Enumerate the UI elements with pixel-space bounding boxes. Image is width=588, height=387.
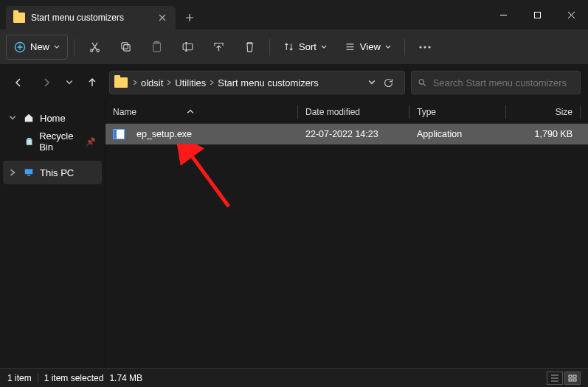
sidebar-item-thispc[interactable]: This PC [3, 161, 102, 184]
delete-button[interactable] [235, 35, 263, 60]
svg-rect-16 [569, 375, 572, 377]
search-icon [418, 77, 427, 88]
tab-title: Start menu customizers [31, 13, 156, 23]
more-button[interactable] [411, 35, 439, 60]
svg-rect-15 [27, 175, 30, 176]
svg-point-11 [428, 46, 430, 48]
sidebar-item-home[interactable]: Home [3, 106, 102, 130]
layout-details-button[interactable] [547, 372, 563, 385]
sort-asc-icon [187, 108, 194, 116]
svg-point-10 [423, 46, 426, 48]
svg-point-2 [90, 49, 92, 52]
close-button[interactable] [554, 0, 588, 29]
window-controls [486, 0, 588, 29]
titlebar: Start menu customizers [0, 0, 588, 29]
sort-label: Sort [299, 41, 317, 52]
file-type: Application [417, 129, 505, 139]
crumb-0[interactable]: oldsit [141, 77, 163, 88]
svg-rect-19 [573, 379, 576, 381]
sidebar: Home Recycle Bin 📌 This PC [0, 100, 106, 368]
crumb-1[interactable]: Utilities [175, 77, 206, 88]
file-date: 22-07-2022 14:23 [305, 129, 409, 139]
sidebar-label: Home [40, 113, 66, 124]
sidebar-item-recycle[interactable]: Recycle Bin 📌 [3, 130, 102, 153]
selected-count: 1 item selected [44, 373, 104, 383]
col-type[interactable]: Type [417, 107, 505, 117]
copy-button[interactable] [111, 35, 139, 60]
recycle-icon [25, 136, 33, 147]
cut-button[interactable] [80, 35, 108, 60]
svg-rect-8 [183, 43, 193, 50]
svg-rect-18 [569, 379, 572, 381]
svg-rect-14 [25, 169, 33, 174]
col-size[interactable]: Size [513, 107, 573, 117]
exe-icon [113, 129, 125, 139]
folder-icon [13, 13, 25, 23]
file-size: 1,790 KB [513, 129, 573, 139]
new-button[interactable]: New [6, 35, 68, 60]
col-date[interactable]: Date modified [305, 107, 409, 117]
sidebar-label: This PC [40, 167, 74, 178]
minimize-button[interactable] [486, 0, 520, 29]
crumb-2[interactable]: Start menu customizers [218, 77, 319, 88]
file-row[interactable]: ep_setup.exe 22-07-2022 14:23 Applicatio… [106, 124, 588, 144]
window-tab[interactable]: Start menu customizers [6, 6, 176, 29]
svg-rect-0 [534, 12, 540, 18]
pin-icon[interactable]: 📌 [86, 137, 96, 147]
svg-point-12 [419, 80, 423, 84]
breadcrumb[interactable]: oldsit Utilities Start menu customizers [109, 71, 405, 94]
item-count: 1 item [7, 373, 32, 383]
svg-rect-5 [123, 45, 130, 51]
column-headers: Name Date modified Type Size [106, 100, 588, 124]
selected-size: 1.74 MB [109, 373, 142, 383]
file-name: ep_setup.exe [136, 129, 192, 139]
pc-icon [24, 167, 34, 178]
sort-button[interactable]: Sort [276, 35, 334, 60]
home-icon [24, 113, 34, 123]
rename-button[interactable] [173, 35, 201, 60]
search-box[interactable] [411, 71, 581, 94]
svg-rect-4 [121, 43, 128, 49]
recent-button[interactable] [63, 72, 75, 94]
svg-rect-13 [27, 139, 32, 144]
new-tab-button[interactable] [179, 7, 201, 29]
up-button[interactable] [81, 72, 103, 94]
search-input[interactable] [433, 77, 574, 88]
paste-button[interactable] [142, 35, 170, 60]
new-label: New [30, 41, 49, 52]
view-button[interactable]: View [337, 35, 398, 60]
file-list: Name Date modified Type Size ep_setup.ex… [106, 100, 588, 368]
svg-point-3 [97, 49, 99, 52]
sidebar-label: Recycle Bin [39, 130, 80, 153]
svg-point-9 [419, 46, 421, 48]
history-chevron-icon[interactable] [368, 79, 376, 86]
status-bar: 1 item 1 item selected 1.74 MB [0, 368, 588, 387]
maximize-button[interactable] [520, 0, 554, 29]
view-label: View [360, 41, 381, 52]
forward-button[interactable] [35, 72, 58, 94]
share-button[interactable] [204, 35, 232, 60]
svg-rect-17 [573, 375, 576, 377]
toolbar: New Sort View [0, 29, 588, 65]
close-tab-icon[interactable] [156, 12, 168, 24]
address-bar-row: oldsit Utilities Start menu customizers [0, 65, 588, 100]
col-name[interactable]: Name [113, 107, 297, 117]
refresh-icon[interactable] [383, 77, 394, 88]
folder-icon [114, 77, 128, 88]
layout-icons-button[interactable] [564, 372, 581, 385]
back-button[interactable] [7, 72, 30, 94]
